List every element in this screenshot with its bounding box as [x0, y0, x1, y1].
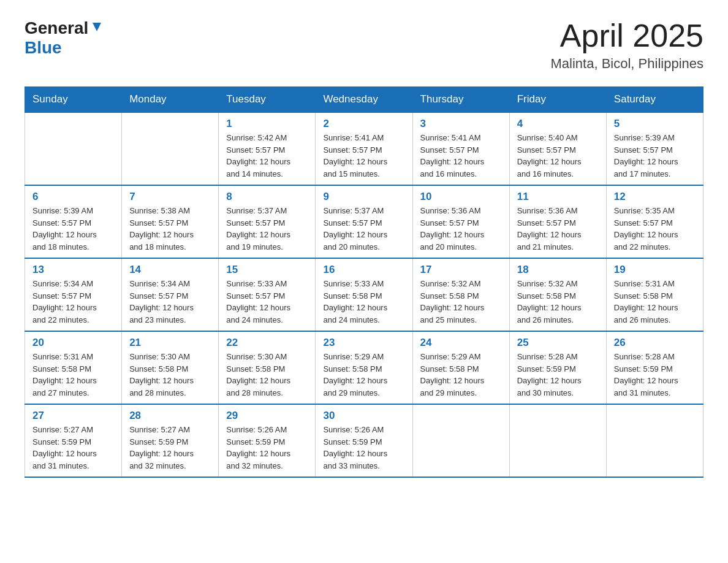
day-number: 25: [517, 337, 599, 349]
day-number: 8: [226, 191, 308, 203]
day-number: 10: [420, 191, 502, 203]
calendar-cell: 16Sunrise: 5:33 AM Sunset: 5:58 PM Dayli…: [316, 258, 412, 331]
day-info: Sunrise: 5:28 AM Sunset: 5:59 PM Dayligh…: [614, 351, 696, 399]
day-info: Sunrise: 5:41 AM Sunset: 5:57 PM Dayligh…: [323, 132, 404, 180]
day-info: Sunrise: 5:33 AM Sunset: 5:57 PM Dayligh…: [226, 278, 308, 326]
day-number: 12: [614, 191, 696, 203]
calendar-week-row: 13Sunrise: 5:34 AM Sunset: 5:57 PM Dayli…: [25, 258, 703, 331]
day-info: Sunrise: 5:27 AM Sunset: 5:59 PM Dayligh…: [129, 424, 211, 472]
day-number: 22: [226, 337, 308, 349]
calendar-cell: 4Sunrise: 5:40 AM Sunset: 5:57 PM Daylig…: [509, 112, 606, 185]
day-info: Sunrise: 5:42 AM Sunset: 5:57 PM Dayligh…: [226, 132, 308, 180]
day-number: 6: [32, 191, 114, 203]
calendar-cell: 27Sunrise: 5:27 AM Sunset: 5:59 PM Dayli…: [25, 404, 122, 477]
calendar-cell: 13Sunrise: 5:34 AM Sunset: 5:57 PM Dayli…: [25, 258, 122, 331]
day-info: Sunrise: 5:32 AM Sunset: 5:58 PM Dayligh…: [517, 278, 599, 326]
day-info: Sunrise: 5:37 AM Sunset: 5:57 PM Dayligh…: [226, 205, 308, 253]
day-number: 14: [129, 264, 211, 276]
day-number: 4: [517, 118, 599, 130]
calendar-week-row: 27Sunrise: 5:27 AM Sunset: 5:59 PM Dayli…: [25, 404, 703, 477]
calendar-cell: 29Sunrise: 5:26 AM Sunset: 5:59 PM Dayli…: [219, 404, 316, 477]
day-info: Sunrise: 5:40 AM Sunset: 5:57 PM Dayligh…: [517, 132, 599, 180]
calendar-cell: 17Sunrise: 5:32 AM Sunset: 5:58 PM Dayli…: [412, 258, 509, 331]
day-number: 27: [32, 410, 114, 422]
calendar-cell: 2Sunrise: 5:41 AM Sunset: 5:57 PM Daylig…: [316, 112, 412, 185]
calendar-cell: 11Sunrise: 5:36 AM Sunset: 5:57 PM Dayli…: [509, 185, 606, 258]
calendar-cell: [509, 404, 606, 477]
calendar-cell: 8Sunrise: 5:37 AM Sunset: 5:57 PM Daylig…: [219, 185, 316, 258]
day-info: Sunrise: 5:36 AM Sunset: 5:57 PM Dayligh…: [517, 205, 599, 253]
day-info: Sunrise: 5:39 AM Sunset: 5:57 PM Dayligh…: [614, 132, 696, 180]
calendar-cell: 20Sunrise: 5:31 AM Sunset: 5:58 PM Dayli…: [25, 331, 122, 404]
day-info: Sunrise: 5:27 AM Sunset: 5:59 PM Dayligh…: [32, 424, 114, 472]
column-header-tuesday: Tuesday: [219, 87, 316, 113]
day-info: Sunrise: 5:34 AM Sunset: 5:57 PM Dayligh…: [32, 278, 114, 326]
calendar-cell: 23Sunrise: 5:29 AM Sunset: 5:58 PM Dayli…: [316, 331, 412, 404]
logo-blue-text: Blue: [25, 38, 62, 57]
column-header-sunday: Sunday: [25, 87, 122, 113]
calendar-table: SundayMondayTuesdayWednesdayThursdayFrid…: [25, 86, 703, 478]
location-title: Malinta, Bicol, Philippines: [551, 56, 703, 72]
day-info: Sunrise: 5:26 AM Sunset: 5:59 PM Dayligh…: [323, 424, 404, 472]
day-number: 9: [323, 191, 404, 203]
calendar-cell: 28Sunrise: 5:27 AM Sunset: 5:59 PM Dayli…: [122, 404, 219, 477]
day-number: 13: [32, 264, 114, 276]
day-number: 30: [323, 410, 404, 422]
header-right: April 2025 Malinta, Bicol, Philippines: [551, 18, 703, 72]
day-number: 15: [226, 264, 308, 276]
calendar-week-row: 1Sunrise: 5:42 AM Sunset: 5:57 PM Daylig…: [25, 112, 703, 185]
day-info: Sunrise: 5:32 AM Sunset: 5:58 PM Dayligh…: [420, 278, 502, 326]
calendar-cell: 30Sunrise: 5:26 AM Sunset: 5:59 PM Dayli…: [316, 404, 412, 477]
day-info: Sunrise: 5:26 AM Sunset: 5:59 PM Dayligh…: [226, 424, 308, 472]
calendar-cell: 12Sunrise: 5:35 AM Sunset: 5:57 PM Dayli…: [606, 185, 703, 258]
day-info: Sunrise: 5:39 AM Sunset: 5:57 PM Dayligh…: [32, 205, 114, 253]
column-header-friday: Friday: [509, 87, 606, 113]
calendar-cell: 19Sunrise: 5:31 AM Sunset: 5:58 PM Dayli…: [606, 258, 703, 331]
calendar-cell: 15Sunrise: 5:33 AM Sunset: 5:57 PM Dayli…: [219, 258, 316, 331]
calendar-cell: 7Sunrise: 5:38 AM Sunset: 5:57 PM Daylig…: [122, 185, 219, 258]
day-number: 11: [517, 191, 599, 203]
day-number: 5: [614, 118, 696, 130]
calendar-cell: [606, 404, 703, 477]
calendar-cell: 1Sunrise: 5:42 AM Sunset: 5:57 PM Daylig…: [219, 112, 316, 185]
day-number: 28: [129, 410, 211, 422]
day-number: 1: [226, 118, 308, 130]
day-number: 2: [323, 118, 404, 130]
day-number: 23: [323, 337, 404, 349]
day-number: 16: [323, 264, 404, 276]
column-header-monday: Monday: [122, 87, 219, 113]
calendar-cell: 24Sunrise: 5:29 AM Sunset: 5:58 PM Dayli…: [412, 331, 509, 404]
calendar-cell: 25Sunrise: 5:28 AM Sunset: 5:59 PM Dayli…: [509, 331, 606, 404]
svg-marker-0: [93, 23, 101, 31]
calendar-cell: 10Sunrise: 5:36 AM Sunset: 5:57 PM Dayli…: [412, 185, 509, 258]
day-info: Sunrise: 5:30 AM Sunset: 5:58 PM Dayligh…: [129, 351, 211, 399]
day-info: Sunrise: 5:34 AM Sunset: 5:57 PM Dayligh…: [129, 278, 211, 326]
day-info: Sunrise: 5:29 AM Sunset: 5:58 PM Dayligh…: [323, 351, 404, 399]
day-number: 19: [614, 264, 696, 276]
calendar-cell: 26Sunrise: 5:28 AM Sunset: 5:59 PM Dayli…: [606, 331, 703, 404]
day-info: Sunrise: 5:36 AM Sunset: 5:57 PM Dayligh…: [420, 205, 502, 253]
day-info: Sunrise: 5:31 AM Sunset: 5:58 PM Dayligh…: [614, 278, 696, 326]
calendar-cell: 9Sunrise: 5:37 AM Sunset: 5:57 PM Daylig…: [316, 185, 412, 258]
day-info: Sunrise: 5:35 AM Sunset: 5:57 PM Dayligh…: [614, 205, 696, 253]
day-number: 18: [517, 264, 599, 276]
calendar-week-row: 6Sunrise: 5:39 AM Sunset: 5:57 PM Daylig…: [25, 185, 703, 258]
calendar-cell: 22Sunrise: 5:30 AM Sunset: 5:58 PM Dayli…: [219, 331, 316, 404]
day-number: 17: [420, 264, 502, 276]
logo-general-text: General: [25, 18, 88, 38]
calendar-header-row: SundayMondayTuesdayWednesdayThursdayFrid…: [25, 87, 703, 113]
logo: General Blue: [25, 18, 104, 58]
day-info: Sunrise: 5:37 AM Sunset: 5:57 PM Dayligh…: [323, 205, 404, 253]
day-info: Sunrise: 5:30 AM Sunset: 5:58 PM Dayligh…: [226, 351, 308, 399]
calendar-cell: [25, 112, 122, 185]
calendar-cell: [122, 112, 219, 185]
column-header-saturday: Saturday: [606, 87, 703, 113]
calendar-week-row: 20Sunrise: 5:31 AM Sunset: 5:58 PM Dayli…: [25, 331, 703, 404]
day-number: 24: [420, 337, 502, 349]
calendar-cell: 6Sunrise: 5:39 AM Sunset: 5:57 PM Daylig…: [25, 185, 122, 258]
day-info: Sunrise: 5:31 AM Sunset: 5:58 PM Dayligh…: [32, 351, 114, 399]
column-header-thursday: Thursday: [412, 87, 509, 113]
calendar-cell: 5Sunrise: 5:39 AM Sunset: 5:57 PM Daylig…: [606, 112, 703, 185]
logo-arrow-icon: [90, 20, 104, 36]
day-number: 3: [420, 118, 502, 130]
